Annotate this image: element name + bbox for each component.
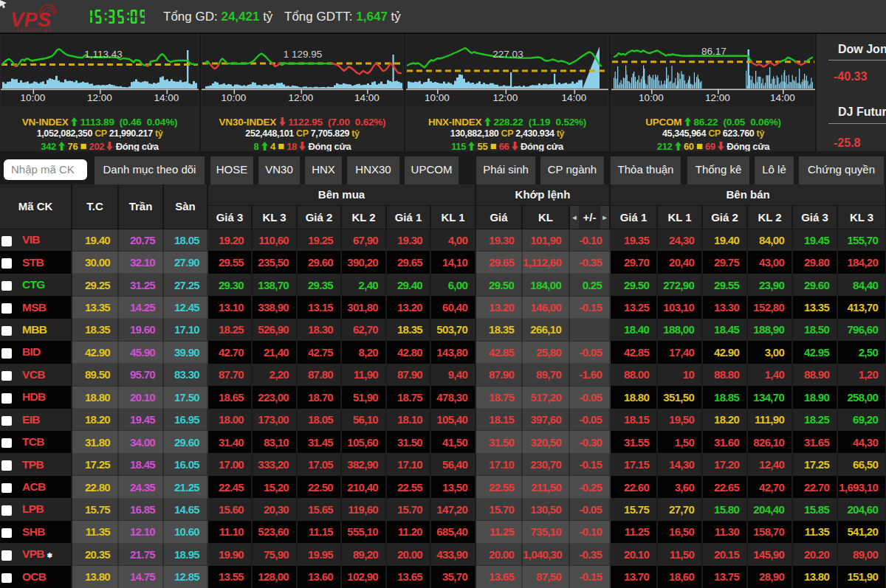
svg-text:12:00: 12:00: [493, 92, 518, 103]
svg-text:10:00: 10:00: [639, 92, 664, 103]
svg-text:14:00: 14:00: [354, 92, 380, 103]
svg-text:12:00: 12:00: [87, 92, 112, 103]
svg-text:14:00: 14:00: [154, 92, 179, 103]
svg-text:1,113.43: 1,113.43: [84, 49, 123, 60]
svg-text:227.03: 227.03: [492, 49, 523, 60]
svg-text:86.17: 86.17: [701, 46, 727, 57]
svg-text:12:00: 12:00: [289, 92, 314, 103]
svg-text:10:00: 10:00: [425, 92, 450, 103]
svg-text:10:00: 10:00: [21, 92, 46, 103]
svg-text:14:00: 14:00: [562, 92, 587, 103]
svg-text:SECURITIES: SECURITIES: [16, 28, 53, 32]
svg-text:14:00: 14:00: [770, 92, 795, 103]
svg-text:10:00: 10:00: [222, 92, 247, 103]
svg-text:12:00: 12:00: [705, 92, 730, 103]
svg-text:1 129.95: 1 129.95: [284, 49, 323, 60]
